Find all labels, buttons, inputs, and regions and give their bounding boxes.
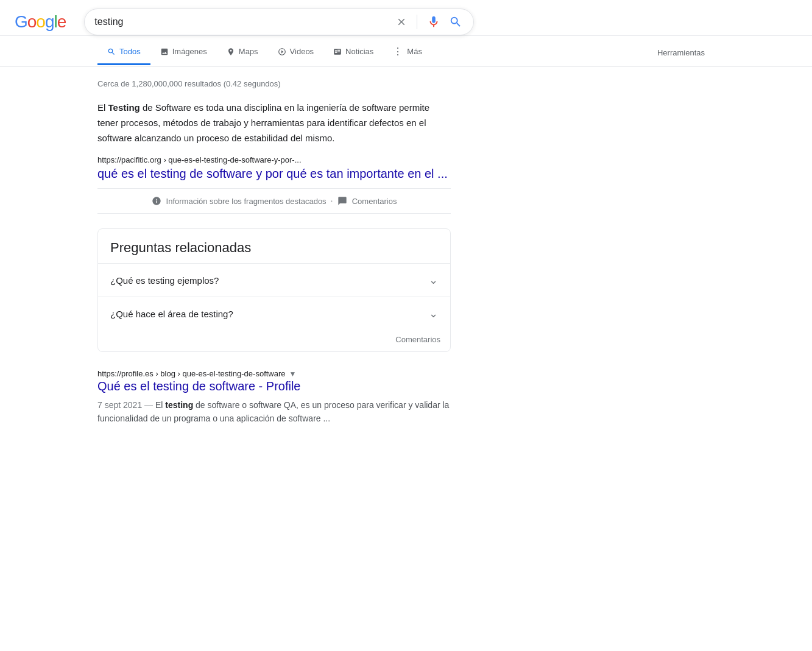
featured-bold: Testing <box>108 102 140 113</box>
tools-button[interactable]: Herramientas <box>648 41 715 65</box>
tab-noticias-label: Noticias <box>345 47 373 56</box>
second-result-url-line: https://profile.es › blog › que-es-el-te… <box>97 369 451 378</box>
tab-maps-label: Maps <box>239 47 258 56</box>
logo-text: Google <box>15 12 66 32</box>
question-item-1[interactable]: ¿Qué es testing ejemplos? ⌄ <box>98 263 450 297</box>
clear-search-button[interactable] <box>395 15 408 29</box>
logo-letter-o2: o <box>36 12 45 31</box>
second-result-snippet: 7 sept 2021 — El testing de software o s… <box>97 398 451 425</box>
search-box-icons <box>395 14 464 30</box>
result-date: 7 sept 2021 — <box>97 400 153 410</box>
logo-letter-e: e <box>57 12 66 31</box>
videos-icon <box>278 48 286 56</box>
first-result: https://pacifitic.org › que-es-el-testin… <box>97 155 451 181</box>
chevron-down-icon-2: ⌄ <box>429 307 438 320</box>
fragment-comments-label[interactable]: Comentarios <box>352 197 397 206</box>
search-icon <box>449 15 462 29</box>
snippet-bold: testing <box>165 400 193 410</box>
header: Google testing <box>0 0 812 36</box>
google-logo: Google <box>15 12 66 32</box>
mic-icon <box>427 15 440 29</box>
search-button[interactable] <box>448 14 464 30</box>
results-count: Cerca de 1,280,000,000 resultados (0.42 … <box>97 79 451 88</box>
tab-videos[interactable]: Videos <box>268 40 324 65</box>
tab-mas[interactable]: ⋮ Más <box>383 38 432 66</box>
main-content: Cerca de 1,280,000,000 resultados (0.42 … <box>0 67 548 449</box>
featured-snippet: El Testing de Software es toda una disci… <box>97 100 451 146</box>
maps-icon <box>227 48 235 56</box>
voice-search-button[interactable] <box>426 14 442 30</box>
tab-maps[interactable]: Maps <box>217 40 268 65</box>
fragment-dot: • <box>331 199 333 203</box>
chevron-down-icon-1: ⌄ <box>429 273 438 287</box>
fragment-info-bar: Información sobre los fragmentos destaca… <box>97 188 451 214</box>
dropdown-arrow-icon[interactable]: ▼ <box>289 370 297 378</box>
comment-icon <box>337 196 347 206</box>
first-result-url: https://pacifitic.org › que-es-el-testin… <box>97 155 451 164</box>
first-result-title[interactable]: qué es el testing de software y por qué … <box>97 167 451 181</box>
featured-text: El Testing de Software es toda una disci… <box>97 100 451 146</box>
related-questions-title: Preguntas relacionadas <box>98 229 450 263</box>
second-result: https://profile.es › blog › que-es-el-te… <box>97 369 451 425</box>
second-result-url: https://profile.es › blog › que-es-el-te… <box>97 369 286 378</box>
search-divider <box>417 15 417 29</box>
news-icon <box>333 48 342 56</box>
search-nav-tabs: Todos Imágenes Maps Videos Noticias ⋮ Má… <box>0 38 812 66</box>
tab-todos-label: Todos <box>119 47 141 56</box>
search-box: testing <box>84 9 474 35</box>
rq-comments-label[interactable]: Comentarios <box>98 330 450 351</box>
images-icon <box>160 48 169 56</box>
tab-mas-label: Más <box>407 47 422 56</box>
todos-icon <box>107 48 116 56</box>
close-icon <box>396 16 407 27</box>
logo-letter-o1: o <box>27 12 37 31</box>
second-result-title[interactable]: Qué es el testing de software - Profile <box>97 379 451 393</box>
logo-letter-g2: g <box>45 12 54 31</box>
tab-noticias[interactable]: Noticias <box>323 40 383 65</box>
question-text-1: ¿Qué es testing ejemplos? <box>110 275 219 286</box>
question-item-2[interactable]: ¿Qué hace el área de testing? ⌄ <box>98 297 450 330</box>
question-text-2: ¿Qué hace el área de testing? <box>110 309 233 319</box>
fragment-info-label[interactable]: Información sobre los fragmentos destaca… <box>166 197 327 206</box>
tab-videos-label: Videos <box>290 47 314 56</box>
info-circle-icon <box>152 196 161 206</box>
search-input[interactable]: testing <box>94 16 390 27</box>
mas-dots-icon: ⋮ <box>393 46 403 57</box>
tab-imagenes[interactable]: Imágenes <box>150 40 217 65</box>
logo-letter-g: G <box>15 12 27 31</box>
related-questions-section: Preguntas relacionadas ¿Qué es testing e… <box>97 228 451 352</box>
tab-todos[interactable]: Todos <box>97 40 150 65</box>
tab-imagenes-label: Imágenes <box>172 47 207 56</box>
